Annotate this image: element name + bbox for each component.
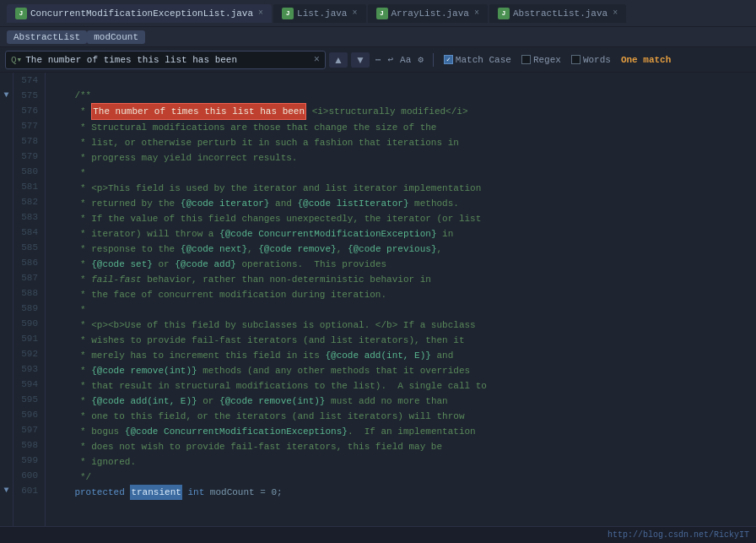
line-575: /**	[52, 88, 756, 103]
search-separator	[433, 53, 434, 67]
fold-577	[0, 118, 13, 133]
line-598: * does not wish to provide fail-fast ite…	[52, 439, 756, 454]
linenum-601: 601	[17, 483, 38, 498]
fold-593	[0, 361, 13, 377]
close-tab-abstractlist[interactable]: ×	[613, 8, 618, 18]
line-580: *	[52, 166, 756, 181]
linenum-576: 576	[17, 103, 38, 118]
fold-578	[0, 133, 13, 149]
regex-option[interactable]: Regex	[518, 53, 564, 67]
search-input[interactable]	[25, 55, 310, 65]
transient-keyword: transient	[130, 485, 181, 500]
status-url: http://blog.csdn.net/RickyIT	[608, 530, 749, 540]
search-clear-button[interactable]: ×	[314, 54, 320, 66]
linenum-577: 577	[17, 118, 38, 133]
fold-576	[0, 103, 13, 118]
fold-594	[0, 377, 13, 392]
code-area[interactable]: /** * The number of times this list has …	[46, 73, 756, 526]
line-584: * iterator) will throw a {@code Concurre…	[52, 226, 756, 242]
close-tab-list[interactable]: ×	[352, 8, 357, 18]
line-579: * progress may yield incorrect results.	[52, 150, 756, 166]
linenum-596: 596	[17, 407, 38, 422]
line-590: * <p><b>Use of this field by subclasses …	[52, 318, 756, 333]
fold-592	[0, 346, 13, 361]
line-594: * that result in structural modification…	[52, 378, 756, 394]
linenum-598: 598	[17, 437, 38, 453]
fold-584	[0, 225, 13, 240]
linenum-585: 585	[17, 240, 38, 255]
match-case-checkbox[interactable]: ✓	[444, 55, 453, 64]
java-icon-arraylist: J	[376, 8, 388, 19]
line-578: * list, or otherwise perturb it in such …	[52, 135, 756, 150]
match-case-option[interactable]: ✓ Match Case	[440, 53, 515, 67]
fold-585	[0, 240, 13, 255]
java-icon-abstractlist: J	[498, 8, 510, 19]
linenum-592: 592	[17, 346, 38, 361]
tab-abstractlist[interactable]: J AbstractList.java ×	[489, 4, 626, 23]
linenum-600: 600	[17, 468, 38, 483]
linenum-582: 582	[17, 194, 38, 209]
java-icon-concurrent: J	[15, 8, 27, 19]
match-result: One match	[621, 55, 671, 65]
breadcrumb-bar: AbstractList modCount	[0, 27, 756, 47]
fold-596	[0, 407, 13, 422]
line-576: * The number of times this list has been…	[52, 103, 756, 120]
linenum-593: 593	[17, 361, 38, 377]
line-582: * returned by the {@code iterator} and {…	[52, 196, 756, 211]
line-574	[52, 73, 756, 88]
linenum-590: 590	[17, 316, 38, 331]
words-checkbox[interactable]	[571, 55, 580, 64]
linenum-595: 595	[17, 392, 38, 407]
linenum-599: 599	[17, 453, 38, 468]
line-585: * response to the {@code next}, {@code r…	[52, 242, 756, 257]
search-bar: Q▾ × ▲ ▼ ⋯ ↩ Aa ⚙ ✓ Match Case Regex Wor…	[0, 47, 756, 73]
search-match-highlight: The number of times this list has been	[91, 103, 306, 120]
fold-601[interactable]: ▼	[0, 483, 13, 498]
words-option[interactable]: Words	[568, 53, 614, 67]
tab-list[interactable]: J List.java ×	[273, 4, 365, 23]
fold-589	[0, 301, 13, 316]
tab-concurrent[interactable]: J ConcurrentModificationExceptionList.ja…	[7, 4, 272, 23]
line-601: protected transient int modCount = 0;	[52, 485, 756, 500]
close-tab-concurrent[interactable]: ×	[258, 8, 263, 18]
linenum-584: 584	[17, 225, 38, 240]
search-input-container[interactable]: Q▾ ×	[5, 51, 326, 69]
breadcrumb-abstractlist[interactable]: AbstractList	[7, 30, 87, 44]
regex-checkbox[interactable]	[521, 55, 531, 64]
breadcrumb-modcount[interactable]: modCount	[87, 30, 145, 44]
fold-583	[0, 209, 13, 225]
search-all-icon[interactable]: ⋯	[373, 52, 384, 67]
linenum-575: 575	[17, 88, 38, 103]
fold-599	[0, 453, 13, 468]
line-596: * one to this field, or the iterators (a…	[52, 409, 756, 424]
fold-588	[0, 285, 13, 301]
status-bar: http://blog.csdn.net/RickyIT	[0, 526, 756, 543]
search-filter-icon[interactable]: ⚙	[415, 52, 426, 67]
line-593: * {@code remove(int)} methods (and any o…	[52, 363, 756, 378]
fold-598	[0, 437, 13, 453]
line-591: * wishes to provide fail-fast iterators …	[52, 333, 756, 348]
fold-597	[0, 422, 13, 437]
fold-590	[0, 316, 13, 331]
fold-575[interactable]: ▼	[0, 88, 13, 103]
editor: ▼	[0, 73, 756, 526]
search-down-button[interactable]: ▼	[351, 52, 370, 68]
linenum-574: 574	[17, 73, 38, 88]
close-tab-arraylist[interactable]: ×	[474, 8, 479, 18]
fold-gutter: ▼	[0, 73, 14, 526]
linenum-597: 597	[17, 422, 38, 437]
search-case-sensitive-icon[interactable]: Aa	[397, 53, 413, 67]
line-592: * merely has to increment this field in …	[52, 348, 756, 363]
fold-582	[0, 194, 13, 209]
fold-600	[0, 468, 13, 483]
search-toolbar: ⋯ ↩ Aa ⚙	[373, 52, 426, 67]
fold-579	[0, 149, 13, 164]
search-up-button[interactable]: ▲	[329, 52, 348, 68]
tab-arraylist[interactable]: J ArrayList.java ×	[368, 4, 488, 23]
line-581: * <p>This field is used by the iterator …	[52, 181, 756, 196]
line-600: */	[52, 470, 756, 485]
linenum-589: 589	[17, 301, 38, 316]
linenum-591: 591	[17, 331, 38, 346]
search-wrap-icon[interactable]: ↩	[385, 52, 396, 67]
line-595: * {@code add(int, E)} or {@code remove(i…	[52, 394, 756, 409]
